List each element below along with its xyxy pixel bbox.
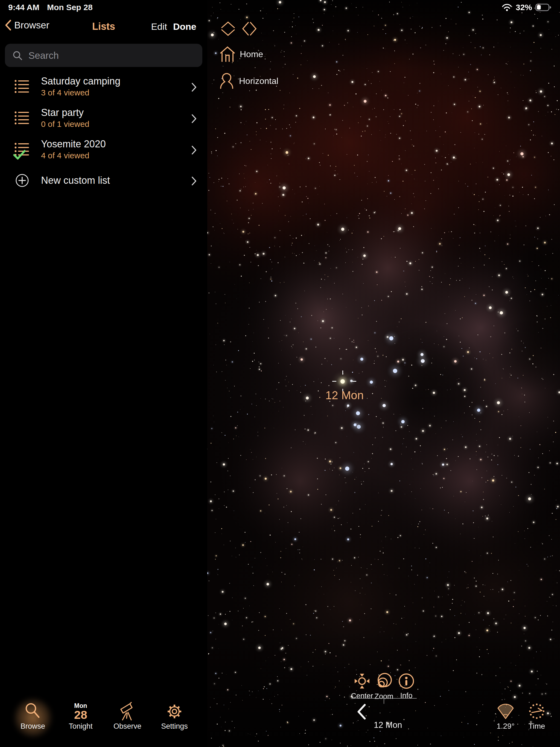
list-item-subtitle: 4 of 4 viewed: [41, 151, 90, 160]
list-item-subtitle: 0 of 1 viewed: [41, 120, 90, 129]
new-custom-list-button[interactable]: New custom list: [0, 165, 207, 196]
status-bar-left: 9:44 AM Mon Sep 28: [8, 3, 93, 12]
current-object-readout: 12 Mon: [374, 720, 402, 730]
home-button[interactable]: Home: [220, 46, 263, 62]
home-label: Home: [240, 49, 263, 59]
fov-button[interactable]: [495, 704, 516, 721]
battery-percent: 32%: [516, 3, 532, 12]
telescope-icon: [118, 702, 137, 721]
toolbar-underline-tick: [384, 698, 384, 704]
info-label: Info: [393, 692, 420, 700]
tab-browse-label: Browse: [11, 722, 55, 730]
clock-dots-icon: [528, 703, 545, 720]
time-label: Time: [523, 722, 551, 730]
tab-browse[interactable]: Browse: [11, 701, 55, 730]
crosshair-tick-e: [352, 381, 356, 382]
info-icon: [398, 673, 414, 689]
home-icon: [220, 46, 235, 62]
tab-settings[interactable]: Settings: [153, 701, 196, 730]
search-input[interactable]: [28, 50, 193, 61]
chevron-left-icon: [357, 704, 366, 720]
browse-magnifier-icon: [24, 702, 42, 721]
chevron-right-icon: [192, 146, 197, 156]
list-item-yosemite-2020[interactable]: Yosemite 2020 4 of 4 viewed: [0, 134, 207, 165]
sky-view[interactable]: [207, 0, 560, 747]
gear-icon: [165, 702, 184, 721]
list-item-title: Star party: [41, 107, 84, 119]
fov-fan-icon: [495, 704, 516, 720]
list-item-title: Yosemite 2020: [41, 138, 106, 150]
chevron-right-icon: [192, 176, 197, 187]
crosshair-tick-w: [332, 381, 336, 382]
done-button[interactable]: Done: [173, 21, 196, 32]
list-item-star-party[interactable]: Star party 0 of 1 viewed: [0, 103, 207, 134]
lists-panel: 9:44 AM Mon Sep 28 Browser Lists Edit Do…: [0, 0, 207, 747]
edit-button[interactable]: Edit: [151, 21, 167, 32]
observing-list-icon: [14, 110, 29, 126]
selected-object-label: 12 Mon: [325, 389, 364, 402]
list-item-title: Saturday camping: [41, 75, 120, 87]
tonight-date: 28: [74, 709, 87, 720]
status-bar-right: 32%: [502, 3, 552, 12]
chevron-right-icon: [192, 114, 197, 124]
skysafari-app: 32% Home Horizontal: [0, 0, 560, 747]
tab-settings-label: Settings: [153, 722, 196, 730]
plus-circle-icon: [15, 174, 31, 189]
new-custom-list-label: New custom list: [41, 175, 110, 186]
info-button[interactable]: Info: [393, 673, 420, 700]
chevron-right-icon: [192, 83, 197, 93]
list-item-saturday-camping[interactable]: Saturday camping 3 of 4 viewed: [0, 71, 207, 103]
tab-tonight-label: Tonight: [59, 722, 103, 730]
search-bar: [5, 44, 202, 67]
tab-observe[interactable]: Observe: [105, 701, 149, 730]
orientation-label: Horizontal: [239, 76, 278, 86]
zoom-icon: [375, 672, 393, 690]
status-time: 9:44 AM: [8, 3, 40, 12]
tab-tonight[interactable]: Mon 28 Tonight: [59, 701, 103, 730]
search-icon: [12, 51, 22, 60]
time-button[interactable]: [528, 703, 545, 721]
orientation-button[interactable]: Horizontal: [219, 73, 278, 89]
back-chevron-button[interactable]: [357, 704, 366, 721]
completed-check-icon: [13, 150, 26, 160]
diamond-leftright-icon[interactable]: [242, 21, 257, 37]
diamond-updown-icon[interactable]: [221, 21, 235, 37]
wifi-icon: [502, 3, 512, 11]
center-icon: [354, 673, 371, 690]
battery-icon: [535, 3, 552, 11]
fov-readout: 1.29°: [492, 722, 519, 730]
status-date: Mon Sep 28: [47, 3, 93, 12]
crosshair-tick-n: [342, 370, 343, 375]
tab-observe-label: Observe: [105, 722, 149, 730]
list-item-subtitle: 3 of 4 viewed: [41, 88, 90, 97]
person-icon: [219, 73, 235, 89]
observing-list-icon: [14, 79, 29, 95]
